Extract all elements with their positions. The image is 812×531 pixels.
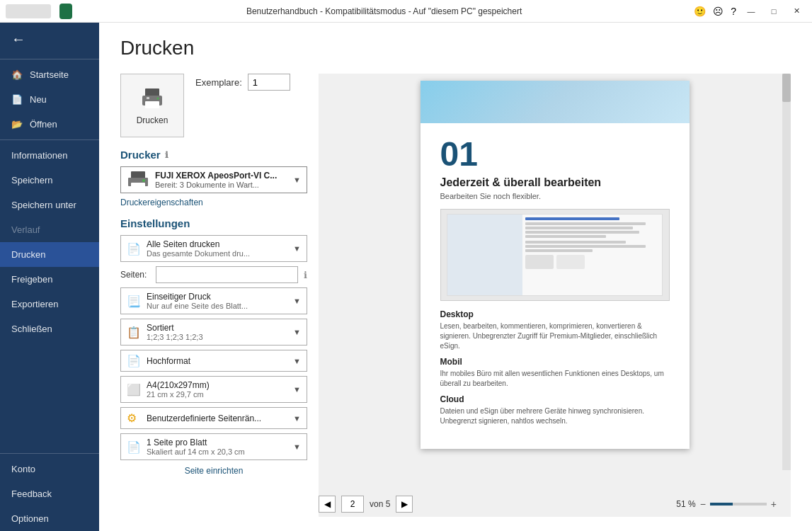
sidebar-item-konto[interactable]: Konto bbox=[0, 457, 99, 481]
user-avatar bbox=[6, 4, 51, 18]
inner-screenshot-left bbox=[447, 215, 522, 295]
portrait-icon: 📄 bbox=[127, 354, 141, 367]
preview-area: 01 Jederzeit & überall bearbeiten Bearbe… bbox=[319, 74, 791, 491]
page-title: Drucken bbox=[120, 37, 791, 59]
duplex-icon: 📃 bbox=[127, 295, 141, 308]
margins-text: Benutzerdefinierte Seitenrän... bbox=[147, 413, 287, 423]
copies-input[interactable] bbox=[248, 74, 290, 91]
pages-per-sheet-text: 1 Seite pro Blatt Skaliert auf 14 cm x 2… bbox=[147, 438, 287, 456]
emoji-happy[interactable]: 🙂 bbox=[694, 6, 706, 17]
prev-page-button[interactable]: ◀ bbox=[319, 496, 336, 513]
sidebar-label-freigeben: Freigeben bbox=[11, 274, 53, 285]
pages-info-icon: ℹ bbox=[304, 270, 307, 280]
sidebar-item-optionen[interactable]: Optionen bbox=[0, 506, 99, 531]
preview-heading: Jederzeit & überall bearbeiten bbox=[440, 176, 670, 189]
pages-label: Seiten: bbox=[120, 270, 150, 280]
settings-collated[interactable]: 📋 Sortiert 1;2;3 1;2;3 1;2;3 ▼ bbox=[120, 319, 307, 346]
settings-orientation[interactable]: 📄 Hochformat ▼ bbox=[120, 350, 307, 372]
help-button[interactable]: ? bbox=[731, 6, 736, 17]
sidebar-back-button[interactable]: ← bbox=[0, 23, 99, 56]
current-page-input[interactable] bbox=[341, 496, 364, 513]
copies-label: Exemplare: bbox=[195, 77, 242, 88]
svg-rect-5 bbox=[131, 171, 145, 178]
preview-scrollbar[interactable] bbox=[782, 74, 791, 470]
sidebar-item-oeffnen[interactable]: 📂 Öffnen bbox=[0, 112, 99, 137]
paper-size-text: A4(210x297mm) 21 cm x 29,7 cm bbox=[147, 380, 287, 399]
all-pages-icon: 📄 bbox=[127, 242, 141, 256]
sidebar-item-freigeben[interactable]: Freigeben bbox=[0, 267, 99, 292]
sidebar-divider-1 bbox=[0, 59, 99, 59]
duplex-arrow: ▼ bbox=[293, 297, 301, 305]
preview-image-box bbox=[440, 209, 670, 301]
svg-rect-3 bbox=[147, 97, 149, 99]
print-left-panel: Drucken Exemplare: Drucker ℹ bbox=[120, 74, 319, 517]
sidebar-label-speichern: Speichern bbox=[11, 175, 53, 185]
sidebar-item-schliessen[interactable]: Schließen bbox=[0, 316, 99, 341]
maximize-button[interactable]: □ bbox=[764, 1, 784, 21]
sidebar-item-feedback[interactable]: Feedback bbox=[0, 481, 99, 506]
duplex-text: Einseitiger Druck Nur auf eine Seite des… bbox=[147, 292, 287, 310]
emoji-sad[interactable]: ☹ bbox=[713, 6, 724, 17]
pages-per-sheet-icon: 📄 bbox=[127, 440, 141, 454]
all-pages-arrow: ▼ bbox=[293, 244, 301, 253]
sidebar-item-neu[interactable]: 📄 Neu bbox=[0, 87, 99, 112]
sidebar-item-speichern[interactable]: Speichern bbox=[0, 168, 99, 193]
printer-name: FUJI XEROX ApeosPort-VI C... bbox=[155, 171, 277, 181]
settings-all-pages[interactable]: 📄 Alle Seiten drucken Das gesamte Dokume… bbox=[120, 235, 307, 262]
printer-icon bbox=[139, 86, 165, 111]
preview-section-cloud: Cloud bbox=[440, 394, 670, 404]
sidebar-item-startseite[interactable]: 🏠 Startseite bbox=[0, 62, 99, 87]
printer-select-icon bbox=[127, 170, 149, 190]
collated-arrow: ▼ bbox=[293, 328, 301, 336]
sidebar-label-exportieren: Exportieren bbox=[11, 299, 58, 309]
pages-input[interactable] bbox=[156, 266, 298, 283]
back-icon: ← bbox=[11, 31, 25, 47]
orientation-text: Hochformat bbox=[147, 356, 287, 366]
settings-paper-size[interactable]: ⬜ A4(210x297mm) 21 cm x 29,7 cm ▼ bbox=[120, 376, 307, 403]
printer-status: Bereit: 3 Dokumente in Wart... bbox=[155, 181, 277, 189]
window-controls: 🙂 ☹ ? — □ ✕ bbox=[692, 1, 806, 21]
zoom-out-button[interactable]: − bbox=[700, 498, 706, 510]
zoom-level: 51 % bbox=[676, 499, 695, 509]
sidebar-item-drucken[interactable]: Drucken bbox=[0, 242, 99, 267]
sidebar-item-speichern-unter[interactable]: Speichern unter bbox=[0, 193, 99, 217]
settings-pages-per-sheet[interactable]: 📄 1 Seite pro Blatt Skaliert auf 14 cm x… bbox=[120, 433, 307, 460]
collated-text: Sortiert 1;2;3 1;2;3 1;2;3 bbox=[147, 323, 287, 341]
inner-screenshot-right bbox=[522, 215, 663, 295]
settings-margins[interactable]: ⚙ Benutzerdefinierte Seitenrän... ▼ bbox=[120, 407, 307, 429]
sidebar-item-verlauf[interactable]: Verlauf bbox=[0, 217, 99, 242]
collated-icon: 📋 bbox=[127, 326, 141, 339]
sidebar-label-informationen: Informationen bbox=[11, 150, 68, 161]
sidebar-label-verlauf: Verlauf bbox=[11, 224, 40, 235]
printer-select[interactable]: FUJI XEROX ApeosPort-VI C... Bereit: 3 D… bbox=[120, 166, 307, 193]
next-page-button[interactable]: ▶ bbox=[396, 496, 413, 513]
preview-page: 01 Jederzeit & überall bearbeiten Bearbe… bbox=[421, 81, 690, 449]
svg-point-4 bbox=[157, 98, 159, 100]
minimize-button[interactable]: — bbox=[741, 1, 761, 21]
print-button[interactable]: Drucken bbox=[120, 74, 184, 137]
sidebar-item-exportieren[interactable]: Exportieren bbox=[0, 292, 99, 316]
printer-info: FUJI XEROX ApeosPort-VI C... Bereit: 3 D… bbox=[155, 171, 277, 189]
home-icon: 🏠 bbox=[11, 69, 23, 80]
preview-section-mobil: Mobil bbox=[440, 357, 670, 367]
sidebar-label-optionen: Optionen bbox=[11, 513, 49, 524]
zoom-slider[interactable] bbox=[710, 503, 767, 506]
printer-properties-link[interactable]: Druckereigenschaften bbox=[120, 198, 307, 207]
page-setup-link[interactable]: Seite einrichten bbox=[120, 466, 307, 476]
sidebar-label-feedback: Feedback bbox=[11, 489, 52, 499]
zoom-slider-fill bbox=[710, 503, 733, 506]
sidebar-label-neu: Neu bbox=[30, 94, 47, 105]
sidebar-divider-3 bbox=[0, 453, 99, 454]
close-button[interactable]: ✕ bbox=[787, 1, 806, 21]
pages-row: Seiten: ℹ bbox=[120, 266, 307, 283]
margins-arrow: ▼ bbox=[293, 414, 301, 423]
preview-navigation: ◀ von 5 ▶ 51 % − + bbox=[319, 491, 791, 517]
sidebar-label-startseite: Startseite bbox=[30, 69, 69, 80]
preview-section-mobil-text: Ihr mobiles Büro mit allen wesentlichen … bbox=[440, 369, 670, 389]
open-icon: 📂 bbox=[11, 119, 23, 130]
sidebar-item-informationen[interactable]: Informationen bbox=[0, 143, 99, 168]
zoom-in-button[interactable]: + bbox=[771, 498, 777, 510]
settings-duplex[interactable]: 📃 Einseitiger Druck Nur auf eine Seite d… bbox=[120, 287, 307, 314]
sidebar-label-drucken: Drucken bbox=[11, 249, 45, 260]
sidebar-label-oeffnen: Öffnen bbox=[30, 119, 57, 130]
